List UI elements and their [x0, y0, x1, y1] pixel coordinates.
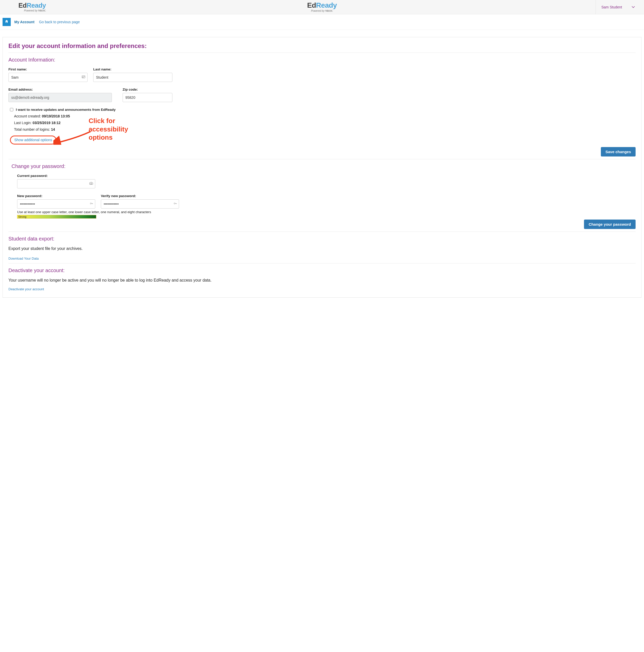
- contact-card-icon: [81, 75, 85, 80]
- brand-tagline-center: Powered by NROC: [311, 9, 333, 12]
- current-password-label: Current password:: [17, 174, 95, 178]
- verify-password-input[interactable]: [101, 199, 179, 209]
- annotation-line3: options: [89, 133, 128, 142]
- password-strength-label: Strong: [18, 215, 26, 219]
- first-name-label: First name:: [8, 67, 87, 71]
- svg-rect-4: [89, 183, 93, 184]
- top-bar: EdReady Powered by NROC EdReady Powered …: [0, 0, 644, 14]
- divider: [8, 159, 636, 159]
- brand-tag-prefix: Powered by: [24, 9, 38, 12]
- change-password-section: Change your password: Current password: …: [8, 163, 636, 229]
- export-section: Student data export: Export your student…: [8, 236, 636, 261]
- last-login-value: 03/25/2019 18:12: [32, 121, 60, 125]
- account-card: Edit your account information and prefer…: [3, 37, 641, 298]
- svg-point-10: [90, 203, 91, 204]
- account-created-label: Account created:: [14, 114, 42, 118]
- account-created-value: 09/19/2018 13:05: [42, 114, 70, 118]
- last-login-label: Last Login:: [14, 121, 32, 125]
- zip-input[interactable]: [123, 93, 172, 102]
- show-additional-options-link[interactable]: Show additional options: [14, 138, 52, 142]
- email-input: [8, 93, 112, 102]
- deactivate-account-link[interactable]: Deactivate your account: [8, 287, 44, 291]
- current-password-input[interactable]: [17, 179, 95, 188]
- breadcrumb-back-link[interactable]: Go back to previous page: [39, 20, 80, 24]
- show-additional-options-highlight: Show additional options: [10, 136, 56, 144]
- account-section-title: Account Information:: [8, 57, 636, 63]
- deactivate-body: Your username will no longer be active a…: [8, 278, 636, 282]
- last-name-input[interactable]: [93, 73, 172, 82]
- change-password-button[interactable]: Change your password: [584, 220, 636, 229]
- chevron-down-icon: [632, 5, 635, 9]
- svg-rect-8: [92, 183, 92, 183]
- account-information-section: Account Information: First name: Last na…: [8, 57, 636, 157]
- divider: [8, 232, 636, 232]
- first-name-input[interactable]: [8, 73, 87, 82]
- password-hint: Use at least one upper case letter, one …: [17, 210, 636, 214]
- home-icon: [5, 19, 9, 25]
- last-name-label: Last name:: [93, 67, 172, 71]
- updates-checkbox[interactable]: [10, 108, 13, 111]
- verify-password-label: Verify new password:: [101, 194, 179, 198]
- save-changes-button[interactable]: Save changes: [601, 147, 636, 157]
- page-title: Edit your account information and prefer…: [8, 43, 636, 50]
- brand-tag-bold: NROC: [38, 9, 46, 12]
- brand-logo-left: EdReady Powered by NROC: [18, 2, 46, 12]
- brand-tag-bold-c: NROC: [325, 9, 333, 12]
- divider: [8, 53, 636, 53]
- new-password-label: New password:: [17, 194, 95, 198]
- svg-point-14: [174, 203, 175, 204]
- brand-ready: Ready: [27, 2, 46, 9]
- svg-rect-5: [90, 183, 90, 183]
- deactivate-section-title: Deactivate your account:: [8, 268, 636, 273]
- annotation-line2: accessibility: [89, 125, 128, 134]
- zip-label: Zip code:: [123, 87, 172, 91]
- brand-ed-center: Ed: [307, 1, 316, 9]
- brand-tag-prefix-c: Powered by: [311, 9, 325, 12]
- annotation-line1: Click for: [89, 117, 128, 125]
- annotation-text: Click for accessibility options: [89, 117, 128, 142]
- breadcrumb-current: My Account: [14, 20, 34, 24]
- brand-ed: Ed: [18, 2, 27, 9]
- user-menu[interactable]: Sam Student: [595, 0, 644, 14]
- divider: [8, 263, 636, 264]
- updates-checkbox-label: I want to receive updates and announceme…: [16, 108, 116, 112]
- key-icon: [90, 202, 93, 206]
- svg-rect-7: [91, 183, 92, 183]
- download-data-link[interactable]: Download Your Data: [8, 256, 39, 261]
- key-icon: [173, 202, 177, 206]
- breadcrumb-row: My Account Go back to previous page: [0, 14, 644, 30]
- user-name: Sam Student: [601, 5, 622, 9]
- brand-tagline-left: Powered by NROC: [18, 9, 46, 12]
- total-logins-label: Total number of logins:: [14, 127, 51, 132]
- home-button[interactable]: [3, 18, 11, 26]
- brand-ready-center: Ready: [316, 1, 337, 9]
- brand-logo-center: EdReady Powered by NROC: [307, 2, 337, 12]
- keyboard-icon: [89, 181, 93, 186]
- export-body: Export your student file for your archiv…: [8, 246, 636, 251]
- deactivate-section: Deactivate your account: Your username w…: [8, 268, 636, 291]
- export-section-title: Student data export:: [8, 236, 636, 242]
- password-strength-meter: Strong: [17, 215, 96, 219]
- annotation-arrow-icon: [53, 131, 92, 145]
- svg-point-1: [82, 76, 83, 77]
- password-section-title: Change your password:: [11, 163, 636, 169]
- email-label: Email address:: [8, 87, 112, 91]
- new-password-input[interactable]: [17, 199, 95, 209]
